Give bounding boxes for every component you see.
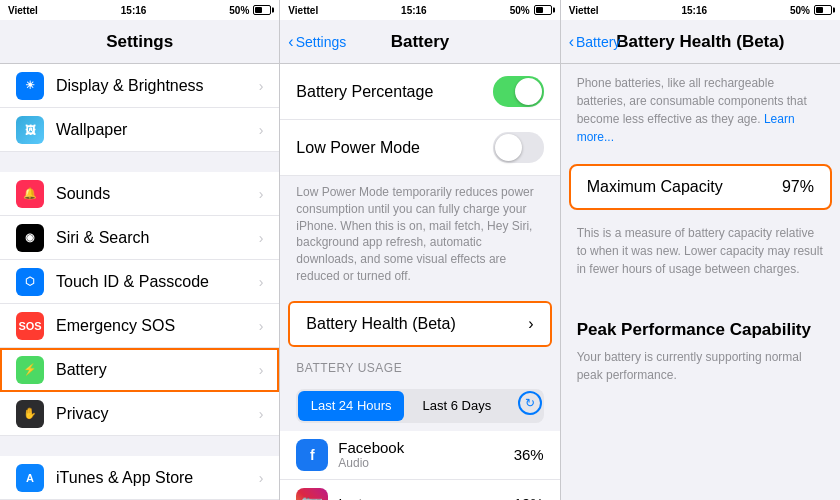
battery-chevron: › [259, 362, 264, 378]
health-intro: Phone batteries, like all rechargeable b… [561, 64, 840, 156]
battery-health-chevron: › [528, 315, 533, 333]
back-label: Settings [296, 34, 347, 50]
battery-pct-mid: 50% [510, 5, 530, 16]
privacy-icon: ✋ [16, 400, 44, 428]
back-to-battery[interactable]: ‹ Battery [569, 33, 621, 51]
back-to-settings[interactable]: ‹ Settings [288, 33, 346, 51]
battery-icon-mid [534, 5, 552, 15]
settings-list: ☀Display & Brightness›🖼Wallpaper›🔔Sounds… [0, 64, 279, 500]
usage-tabs: Last 24 Hours Last 6 Days ↻ [296, 389, 543, 423]
status-bar-left: Viettel 15:16 50% [0, 0, 279, 20]
battery-percentage-toggle[interactable] [493, 76, 544, 107]
max-capacity-value: 97% [782, 178, 814, 196]
health-title: Battery Health (Beta) [616, 32, 784, 52]
battery-pct-right: 50% [790, 5, 810, 16]
battery-pct-left: 50% [229, 5, 249, 16]
max-capacity-label: Maximum Capacity [587, 178, 723, 196]
wallpaper-icon: 🖼 [16, 116, 44, 144]
battery-icon: ⚡ [16, 356, 44, 384]
sounds-label: Sounds [56, 185, 259, 203]
sos-chevron: › [259, 318, 264, 334]
battery-label: Battery [56, 361, 259, 379]
status-bar-mid: Viettel 15:16 50% [280, 0, 559, 20]
sounds-icon: 🔔 [16, 180, 44, 208]
back-chevron-health: ‹ [569, 33, 574, 51]
settings-title: Settings [106, 32, 173, 52]
display-label: Display & Brightness [56, 77, 259, 95]
low-power-toggle[interactable] [493, 132, 544, 163]
touchid-label: Touch ID & Passcode [56, 273, 259, 291]
facebook-info: Facebook Audio [338, 439, 513, 470]
itunes-chevron: › [259, 470, 264, 486]
separator-7 [0, 436, 279, 456]
battery-usage-header: BATTERY USAGE [280, 355, 559, 381]
peak-header: Peak Performance Capability [561, 310, 840, 344]
tab-6d[interactable]: Last 6 Days [404, 391, 510, 421]
back-label-health: Battery [576, 34, 620, 50]
max-capacity-desc: This is a measure of battery capacity re… [561, 218, 840, 290]
touchid-icon: ⬡ [16, 268, 44, 296]
low-power-row: Low Power Mode [280, 120, 559, 176]
max-capacity-box: Maximum Capacity 97% [569, 164, 832, 210]
battery-panel: Viettel 15:16 50% ‹ Settings Battery Bat… [280, 0, 560, 500]
wallpaper-chevron: › [259, 122, 264, 138]
privacy-chevron: › [259, 406, 264, 422]
settings-row-sos[interactable]: SOSEmergency SOS› [0, 304, 279, 348]
privacy-label: Privacy [56, 405, 259, 423]
itunes-label: iTunes & App Store [56, 469, 259, 487]
itunes-icon: A [16, 464, 44, 492]
low-power-label: Low Power Mode [296, 139, 420, 157]
usage-row-instagram: 📷 Instagram 19% [280, 480, 559, 500]
separator-1 [0, 152, 279, 172]
status-bar-right: Viettel 15:16 50% [561, 0, 840, 20]
time-right: 15:16 [681, 5, 707, 16]
health-separator [561, 290, 840, 310]
battery-health-label: Battery Health (Beta) [306, 315, 528, 333]
sos-icon: SOS [16, 312, 44, 340]
settings-row-itunes[interactable]: AiTunes & App Store› [0, 456, 279, 500]
sounds-chevron: › [259, 186, 264, 202]
battery-percentage-row: Battery Percentage [280, 64, 559, 120]
health-nav-header: ‹ Battery Battery Health (Beta) [561, 20, 840, 64]
usage-row-facebook: f Facebook Audio 36% [280, 431, 559, 480]
instagram-info: Instagram [338, 495, 513, 500]
battery-health-row[interactable]: Battery Health (Beta) › [288, 301, 551, 347]
settings-row-display[interactable]: ☀Display & Brightness› [0, 64, 279, 108]
settings-row-privacy[interactable]: ✋Privacy› [0, 392, 279, 436]
refresh-icon[interactable]: ↻ [518, 391, 542, 415]
low-power-desc: Low Power Mode temporarily reduces power… [280, 176, 559, 293]
battery-title: Battery [391, 32, 450, 52]
touchid-chevron: › [259, 274, 264, 290]
settings-row-siri[interactable]: ◉Siri & Search› [0, 216, 279, 260]
battery-percentage-label: Battery Percentage [296, 83, 433, 101]
siri-icon: ◉ [16, 224, 44, 252]
health-content: Phone batteries, like all rechargeable b… [561, 64, 840, 500]
sos-label: Emergency SOS [56, 317, 259, 335]
carrier-left: Viettel [8, 5, 38, 16]
settings-row-sounds[interactable]: 🔔Sounds› [0, 172, 279, 216]
instagram-icon: 📷 [296, 488, 328, 500]
battery-nav-header: ‹ Settings Battery [280, 20, 559, 64]
wallpaper-label: Wallpaper [56, 121, 259, 139]
status-right-right: 50% [790, 5, 832, 16]
carrier-right: Viettel [569, 5, 599, 16]
time-left: 15:16 [121, 5, 147, 16]
siri-chevron: › [259, 230, 264, 246]
settings-row-wallpaper[interactable]: 🖼Wallpaper› [0, 108, 279, 152]
tab-24h[interactable]: Last 24 Hours [298, 391, 404, 421]
facebook-icon: f [296, 439, 328, 471]
status-right-left: 50% [229, 5, 271, 16]
settings-panel: Viettel 15:16 50% Settings ☀Display & Br… [0, 0, 280, 500]
carrier-mid: Viettel [288, 5, 318, 16]
time-mid: 15:16 [401, 5, 427, 16]
battery-icon-right [814, 5, 832, 15]
peak-desc: Your battery is currently supporting nor… [561, 344, 840, 388]
siri-label: Siri & Search [56, 229, 259, 247]
settings-row-battery[interactable]: ⚡Battery› [0, 348, 279, 392]
status-right-mid: 50% [510, 5, 552, 16]
settings-row-touchid[interactable]: ⬡Touch ID & Passcode› [0, 260, 279, 304]
battery-settings-list: Battery Percentage Low Power Mode Low Po… [280, 64, 559, 500]
back-chevron: ‹ [288, 33, 293, 51]
battery-icon-left [253, 5, 271, 15]
display-icon: ☀ [16, 72, 44, 100]
